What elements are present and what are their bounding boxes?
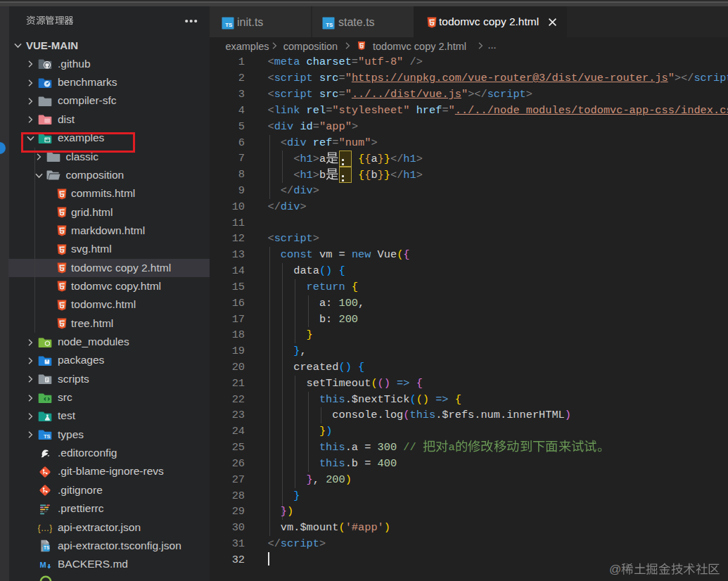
svg-text:{…}: {…}: [38, 523, 52, 533]
svg-text:M: M: [39, 561, 46, 569]
svg-text:TS: TS: [326, 22, 333, 28]
svg-text:TS: TS: [44, 433, 51, 440]
svg-text:TS: TS: [225, 22, 232, 28]
svg-text:TS: TS: [44, 546, 50, 551]
